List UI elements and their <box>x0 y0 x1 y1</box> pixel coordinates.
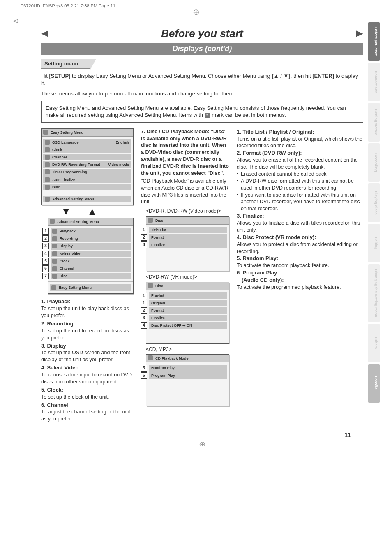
side-tab: Editing <box>368 224 380 262</box>
row-icon <box>52 251 57 256</box>
text: to display Easy Setting Menu or Advanced… <box>71 73 272 79</box>
intro-paragraph-2: These menus allow you to perform all mai… <box>41 90 363 98</box>
menu-icon <box>50 219 55 224</box>
row-label: OSD Language <box>52 140 79 145</box>
row-value: English <box>115 140 129 145</box>
menu-row: Playlist <box>149 292 227 299</box>
menu-row: Channel <box>51 265 131 272</box>
menu-row: Finalize <box>149 315 227 321</box>
bullet-item: •If you want to use a disc formatted wit… <box>237 192 363 213</box>
row-label: Finalize <box>151 316 165 320</box>
callout-number: 4 <box>42 251 49 257</box>
numbered-row: 6Program Play <box>141 372 227 379</box>
desc-body: To set up the OSD screen and the front d… <box>41 350 130 362</box>
disc-menu-video: Disc 1Title List2Format3Finalize <box>146 216 229 272</box>
desc-body: To set up the clock of the unit. <box>41 394 109 400</box>
row-label: Clock <box>60 259 70 264</box>
row-icon <box>45 155 50 160</box>
callout-number: 6 <box>42 265 49 272</box>
menu-title: Disc <box>146 217 229 225</box>
row-label: Channel <box>52 155 67 160</box>
desc-body: To activate the random playback feature. <box>237 262 329 268</box>
bullet-item: •Erased content cannot be called back. <box>237 171 363 178</box>
page-title: Before you start <box>41 26 363 40</box>
text: Advanced Setting Menu <box>57 220 99 224</box>
key-setup: [SETUP] <box>49 73 71 79</box>
numbered-row: 3Finalize <box>141 241 227 248</box>
menu-row: Original <box>149 300 227 306</box>
row-label: Finalize <box>151 242 165 247</box>
text: Disc <box>155 284 163 288</box>
numbered-row: 1Original <box>141 300 227 307</box>
callout-number: 5 <box>42 258 49 265</box>
bullet-text: A DVD-RW disc formatted with this unit c… <box>241 178 363 192</box>
callout-number: 1 <box>141 293 147 299</box>
disc-icon <box>148 283 153 288</box>
desc-head: 5. Clock: <box>41 387 63 393</box>
bullet-dot: • <box>237 192 241 213</box>
callout-number: 5 <box>141 365 147 372</box>
section-heading: Setting menu <box>41 59 90 69</box>
menu-row: Format <box>149 307 227 314</box>
registration-triangle: ◅ <box>12 16 18 25</box>
menu-row: Channel <box>43 154 131 160</box>
info-box: Easy Setting Menu and Advanced Setting M… <box>41 101 363 123</box>
row-icon <box>52 274 57 279</box>
desc-head: 1. Title List / Playlist / Original: <box>237 129 314 135</box>
row-label: Original <box>151 301 165 306</box>
row-label: Clock <box>52 147 62 152</box>
disc-menu-vr: Disc 1Playlist1Original2Format3Finalize4… <box>146 282 229 344</box>
row-value: Video mode <box>108 162 129 167</box>
menu-row: DVD-RW Recording FormatVideo mode <box>43 161 131 168</box>
description-item: 1. Title List / Playlist / Original:Turn… <box>237 128 363 150</box>
row-icon <box>45 177 50 182</box>
row-icon <box>45 162 50 167</box>
side-tab: Connections <box>368 63 380 101</box>
text: Disc <box>155 218 163 223</box>
desc-body: To choose a line input to record on DVD … <box>41 372 132 385</box>
row-icon <box>45 185 50 190</box>
bullet-text: Erased content cannot be called back. <box>241 171 328 178</box>
intro-paragraph-1: Hit [SETUP] to display Easy Setting Menu… <box>41 72 363 87</box>
menu-row: Auto Finalize <box>43 176 131 183</box>
row-label: Channel <box>60 266 74 271</box>
numbered-row: 2Format <box>141 307 227 314</box>
key-arrows: [▲ / ▼] <box>272 73 290 79</box>
crop-mark-top <box>0 10 392 14</box>
numbered-row: 3Finalize <box>141 314 227 322</box>
numbered-row: 1Title List <box>141 226 227 234</box>
desc-body: To adjust the channel setting of the uni… <box>41 409 130 422</box>
desc-body-7: "CD Playback Mode" is available only whe… <box>141 178 229 206</box>
row-label: Disc <box>60 274 67 279</box>
row-label: Format <box>151 235 164 240</box>
desc-head: 6. Channel: <box>41 402 70 408</box>
desc-head: 5. Random Play: <box>237 255 278 261</box>
description-item: 4. Select Video:To choose a line input t… <box>41 364 134 385</box>
menu-title: Advanced Setting Menu <box>48 218 133 226</box>
callout-number: 2 <box>141 307 147 314</box>
row-label: Recording <box>60 236 78 241</box>
menu-row: Disc <box>51 273 131 279</box>
row-label: Display <box>60 244 73 248</box>
numbered-row: 1Playback <box>42 228 131 235</box>
column-3: 1. Title List / Playlist / Original:Turn… <box>237 128 363 423</box>
description-item: 6. Channel:To adjust the channel setting… <box>41 402 134 423</box>
callout-number: 3 <box>141 315 147 321</box>
menu-title: Disc <box>146 282 229 290</box>
crop-mark-bottom <box>41 442 363 446</box>
row-label: Random Play <box>151 365 175 370</box>
text: Easy Setting Menu <box>59 285 92 290</box>
row-icon <box>45 197 50 202</box>
menu-row: OSD LanguageEnglish <box>43 139 131 146</box>
callout-number: 3 <box>141 241 147 248</box>
desc-head: 3. Display: <box>41 343 68 349</box>
description-item: 3. Display:To set up the OSD screen and … <box>41 342 134 364</box>
bullet-text: If you want to use a disc formatted with… <box>241 192 363 213</box>
advanced-setting-menu-screenshot: Advanced Setting Menu 1Playback2Recordin… <box>48 218 134 294</box>
callout-number: 2 <box>42 235 49 242</box>
desc-head: 4. Select Video: <box>41 365 81 371</box>
side-tab: Español <box>368 364 380 403</box>
numbered-row: 4Disc Protect OFF ➔ ON <box>141 322 227 329</box>
caption-vr-mode: <DVD-RW (VR mode)> <box>146 274 229 280</box>
row-label: Disc <box>52 185 60 190</box>
